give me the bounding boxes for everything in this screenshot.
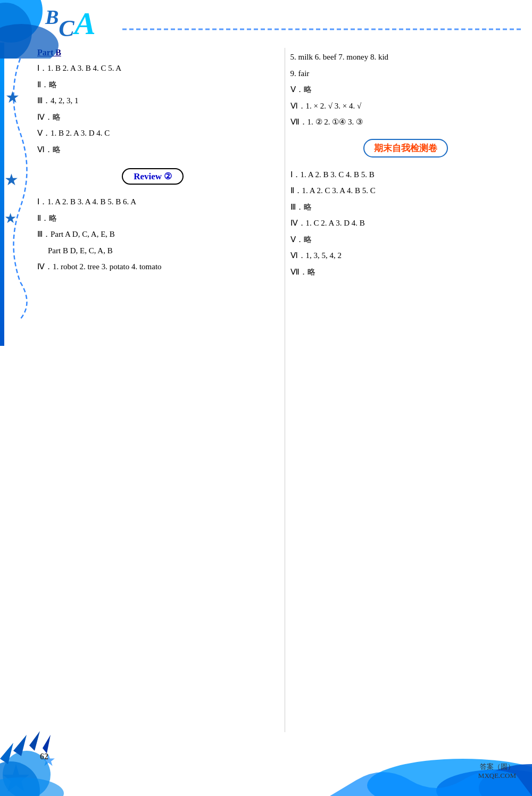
bca-title: BCA [45, 5, 96, 42]
chinese-line-1: Ⅰ．1. A 2. B 3. C 4. B 5. B [290, 168, 522, 182]
left-line-1: Ⅰ．1. B 2. A 3. B 4. C 5. A [37, 62, 269, 76]
watermark: 答案（圆） MXQE.COM [478, 762, 516, 780]
letter-b: B [45, 6, 59, 28]
right-column: 5. milk 6. beef 7. money 8. kid 9. fair … [285, 48, 522, 732]
review-container: Review ② [37, 162, 269, 190]
chinese-line-5: Ⅴ．略 [290, 233, 522, 247]
chinese-title-container: 期末自我检测卷 [290, 134, 522, 164]
chinese-line-2: Ⅱ．1. A 2. C 3. A 4. B 5. C [290, 184, 522, 198]
left-line-2: Ⅱ．略 [37, 78, 269, 92]
left-line-3: Ⅲ．4, 2, 3, 1 [37, 94, 269, 108]
review-line-2: Ⅱ．略 [37, 212, 269, 226]
watermark-line1: 答案（圆） [478, 762, 516, 772]
left-line-5: Ⅴ．1. B 2. A 3. D 4. C [37, 127, 269, 140]
letter-c: C [59, 15, 74, 42]
chinese-title: 期末自我检测卷 [363, 139, 448, 157]
review-line-5: Ⅳ．1. robot 2. tree 3. potato 4. tomato [37, 260, 269, 274]
left-blue-strip [0, 43, 4, 346]
chinese-line-4: Ⅳ．1. C 2. A 3. D 4. B [290, 217, 522, 230]
right-line-vii: Ⅶ．1. ② 2. ①④ 3. ③ [290, 115, 522, 129]
bottom-right-decoration [330, 727, 532, 796]
review-title: Review ② [122, 168, 184, 185]
svg-marker-11 [43, 735, 51, 753]
page-number: 62 [40, 752, 48, 761]
star-1: ★ [5, 88, 20, 106]
svg-point-12 [0, 777, 64, 796]
star-3: ★ [4, 210, 16, 227]
main-content: Part B Ⅰ．1. B 2. A 3. B 4. C 5. A Ⅱ．略 Ⅲ．… [37, 48, 521, 732]
right-line-v: Ⅴ．略 [290, 83, 522, 97]
left-line-6: Ⅵ．略 [37, 143, 269, 157]
chinese-line-3: Ⅲ．略 [290, 201, 522, 214]
svg-marker-10 [29, 731, 40, 751]
bottom-left-decoration [0, 594, 96, 796]
watermark-line2: MXQE.COM [478, 772, 516, 780]
chinese-line-6: Ⅵ．1, 3, 5, 4, 2 [290, 249, 522, 263]
star-2: ★ [4, 170, 19, 189]
chinese-line-7: Ⅶ．略 [290, 266, 522, 279]
review-line-4: Part B D, E, C, A, B [48, 244, 269, 258]
left-line-4: Ⅳ．略 [37, 111, 269, 125]
review-line-1: Ⅰ．1. A 2. B 3. A 4. B 5. B 6. A [37, 195, 269, 209]
dashed-line-decoration [122, 26, 521, 32]
letter-a: A [74, 6, 96, 41]
right-line-vi: Ⅵ．1. × 2. √ 3. × 4. √ [290, 100, 522, 113]
right-part-b-line2: 9. fair [290, 67, 522, 81]
part-b-title: Part B [37, 48, 269, 57]
right-part-b-line1: 5. milk 6. beef 7. money 8. kid [290, 51, 522, 64]
review-line-3: Ⅲ．Part A D, C, A, E, B [37, 228, 269, 242]
